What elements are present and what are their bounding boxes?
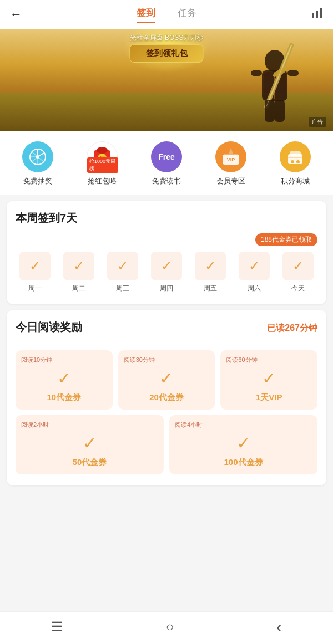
day-thursday-label: 周四 <box>160 284 173 293</box>
checkin-card: 本周签到7天 188代金券已领取 ✓ 周一 ✓ 周二 ✓ 周三 ✓ 周四 ✓ 周… <box>7 201 326 304</box>
reward-2hr-value: 50代金券 <box>73 457 107 468</box>
svg-text:VIP: VIP <box>227 157 235 162</box>
reward-2hr: 阅读2小时 ✓ 50代金券 <box>16 415 164 474</box>
svg-rect-32 <box>290 151 301 156</box>
rewards-top-grid: 阅读10分钟 ✓ 10代金券 阅读30分钟 ✓ 20代金券 阅读60分钟 ✓ 1… <box>16 350 317 410</box>
reward-60min-check: ✓ <box>262 369 276 388</box>
reward-4hr-check: ✓ <box>236 433 250 453</box>
voucher-badge: 188代金券已领取 <box>255 233 317 246</box>
day-wednesday: ✓ 周三 <box>103 252 143 293</box>
reward-10min-value: 10代金券 <box>47 392 81 403</box>
day-friday: ✓ 周五 <box>190 252 230 293</box>
svg-rect-1 <box>316 11 318 18</box>
back-nav-icon[interactable]: ‹ <box>276 617 282 636</box>
free-read-icon: Free <box>151 141 182 172</box>
svg-rect-8 <box>287 70 299 76</box>
day-monday-label: 周一 <box>28 284 42 293</box>
checkin-header: 188代金券已领取 <box>16 233 317 246</box>
day-tuesday-check: ✓ <box>63 252 94 280</box>
day-monday: ✓ 周一 <box>16 252 55 293</box>
points-store-label: 积分商城 <box>281 176 310 186</box>
reading-title: 今日阅读奖励 <box>16 320 82 335</box>
reward-10min-check: ✓ <box>57 369 71 388</box>
points-store-icon <box>280 141 311 172</box>
ad-label: 广告 <box>309 117 326 127</box>
svg-rect-0 <box>312 13 314 18</box>
red-packet-icon: 福 抢1000元周榜 <box>87 141 118 172</box>
day-today-label: 今天 <box>291 284 305 293</box>
svg-line-20 <box>32 152 38 157</box>
svg-point-33 <box>291 160 294 163</box>
svg-rect-7 <box>251 70 262 76</box>
banner[interactable]: 光柱全屏爆 BOSS刀刀秒 签到领礼包 广告 <box>0 29 333 131</box>
bottom-navigation: ☰ ○ ‹ <box>0 611 333 644</box>
nav-tabs: 签到 任务 <box>137 7 196 23</box>
day-wednesday-label: 周三 <box>116 284 129 293</box>
reading-header: 今日阅读奖励 已读267分钟 <box>16 320 317 343</box>
reward-60min-condition: 阅读60分钟 <box>226 356 257 364</box>
svg-point-25 <box>97 147 108 154</box>
menu-icon[interactable]: ☰ <box>51 619 63 635</box>
day-saturday: ✓ 周六 <box>234 252 274 293</box>
day-thursday-check: ✓ <box>151 252 182 280</box>
top-navigation: ← 签到 任务 <box>0 0 333 29</box>
svg-rect-2 <box>320 8 322 18</box>
free-read-label: 免费读书 <box>152 176 181 186</box>
day-monday-check: ✓ <box>19 252 51 280</box>
reward-30min-check: ✓ <box>159 369 173 388</box>
reward-4hr-condition: 阅读4小时 <box>175 421 203 429</box>
banner-cta-button[interactable]: 签到领礼包 <box>130 44 204 63</box>
day-saturday-check: ✓ <box>239 252 270 280</box>
tab-checkin[interactable]: 签到 <box>137 7 155 23</box>
action-free-read[interactable]: Free 免费读书 <box>151 141 182 186</box>
red-packet-label: 抢红包咯 <box>88 176 117 186</box>
tab-task[interactable]: 任务 <box>178 7 196 23</box>
day-wednesday-check: ✓ <box>107 252 138 280</box>
day-today: ✓ 今天 <box>278 252 317 293</box>
reading-rewards-card: 今日阅读奖励 已读267分钟 阅读10分钟 ✓ 10代金券 阅读30分钟 ✓ 2… <box>7 310 326 485</box>
reward-30min-condition: 阅读30分钟 <box>124 356 155 364</box>
day-friday-label: 周五 <box>204 284 217 293</box>
reward-30min: 阅读30分钟 ✓ 20代金券 <box>118 350 215 410</box>
day-tuesday: ✓ 周二 <box>59 252 99 293</box>
rewards-bottom-grid: 阅读2小时 ✓ 50代金券 阅读4小时 ✓ 100代金券 <box>16 415 317 474</box>
day-thursday: ✓ 周四 <box>147 252 186 293</box>
day-saturday-label: 周六 <box>248 284 261 293</box>
reward-10min-condition: 阅读10分钟 <box>21 356 52 364</box>
vip-zone-icon: VIP <box>215 141 246 172</box>
reward-30min-value: 20代金券 <box>149 392 184 403</box>
reading-minutes: 267 <box>285 323 300 333</box>
reward-60min-value: 1天VIP <box>256 392 282 403</box>
reward-2hr-check: ✓ <box>83 433 97 453</box>
day-today-check: ✓ <box>282 252 314 280</box>
day-friday-check: ✓ <box>195 252 226 280</box>
reward-10min: 阅读10分钟 ✓ 10代金券 <box>16 350 113 410</box>
action-red-packet[interactable]: 福 抢1000元周榜 抢红包咯 <box>87 141 118 186</box>
svg-line-23 <box>38 157 44 162</box>
red-packet-badge: 抢1000元周榜 <box>87 157 118 173</box>
day-tuesday-label: 周二 <box>72 284 85 293</box>
vip-zone-label: 会员专区 <box>216 176 245 186</box>
svg-rect-12 <box>265 100 275 122</box>
checkin-days-grid: ✓ 周一 ✓ 周二 ✓ 周三 ✓ 周四 ✓ 周五 ✓ 周六 ✓ 今天 <box>16 252 317 293</box>
svg-rect-13 <box>275 100 285 122</box>
home-icon[interactable]: ○ <box>166 619 174 635</box>
action-free-draw[interactable]: 免费抽奖 <box>22 141 53 186</box>
svg-line-21 <box>32 157 38 162</box>
reward-4hr-value: 100代金券 <box>224 457 263 468</box>
stats-icon[interactable] <box>311 7 323 22</box>
free-draw-icon <box>22 141 53 172</box>
reward-4hr: 阅读4小时 ✓ 100代金券 <box>169 415 317 474</box>
action-vip-zone[interactable]: VIP 会员专区 <box>215 141 246 186</box>
quick-actions-bar: 免费抽奖 福 抢1000元周榜 抢红包咯 Free 免费读书 VIP <box>0 131 333 195</box>
back-button[interactable]: ← <box>10 7 22 22</box>
reward-60min: 阅读60分钟 ✓ 1天VIP <box>220 350 317 410</box>
reward-2hr-condition: 阅读2小时 <box>21 421 49 429</box>
banner-warrior <box>239 40 311 126</box>
free-draw-label: 免费抽奖 <box>23 176 52 186</box>
svg-point-34 <box>296 160 300 163</box>
reading-stat: 已读267分钟 <box>267 323 317 334</box>
checkin-title: 本周签到7天 <box>16 211 317 226</box>
action-points-store[interactable]: 积分商城 <box>280 141 311 186</box>
banner-top-text: 光柱全屏爆 BOSS刀刀秒 <box>130 33 204 43</box>
